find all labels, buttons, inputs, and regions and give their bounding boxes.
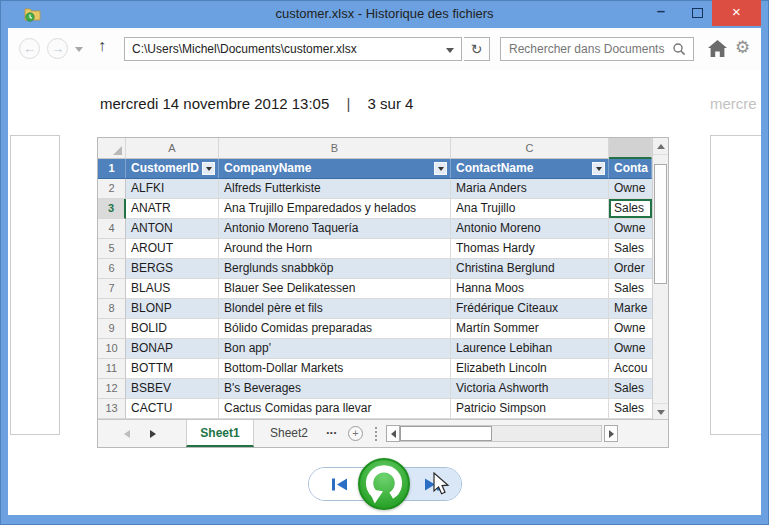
- add-sheet-button[interactable]: +: [348, 426, 363, 441]
- cell-contact-name: Christina Berglund: [451, 259, 609, 279]
- cell-customer-id: CACTU: [126, 399, 219, 419]
- scroll-up-icon[interactable]: [653, 138, 668, 155]
- tab-sheet1[interactable]: Sheet1: [186, 420, 254, 447]
- cell-company-name: Antonio Moreno Taquería: [219, 219, 451, 239]
- select-all-corner[interactable]: [98, 138, 126, 159]
- search-icon[interactable]: [672, 42, 686, 56]
- cell-customer-id: ALFKI: [126, 179, 219, 199]
- select-all-triangle-icon: [113, 146, 122, 155]
- row-header[interactable]: 12: [98, 379, 126, 399]
- row-header[interactable]: 8: [98, 299, 126, 319]
- filter-dropdown-button[interactable]: [434, 162, 447, 175]
- cell-company-name: Blauer See Delikatessen: [219, 279, 451, 299]
- cell-contact-name: Martín Sommer: [451, 319, 609, 339]
- row-header[interactable]: 5: [98, 239, 126, 259]
- cell-company-name: Bottom-Dollar Markets: [219, 359, 451, 379]
- column-header-b[interactable]: B: [219, 138, 451, 159]
- vertical-scroll-thumb[interactable]: [654, 164, 667, 284]
- home-icon[interactable]: [708, 40, 727, 57]
- address-bar-input[interactable]: [124, 37, 462, 61]
- cell-company-name: Around the Horn: [219, 239, 451, 259]
- table-row: 5AROUTAround the HornThomas HardySales: [98, 239, 652, 259]
- table-row: 4ANTONAntonio Moreno TaqueríaAntonio Mor…: [98, 219, 652, 239]
- table-row: 10BONAPBon app'Laurence LebihanOwne: [98, 339, 652, 359]
- next-version-card[interactable]: [710, 135, 761, 435]
- grid-body: 2ALFKIAlfreds FutterkisteMaria AndersOwn…: [98, 179, 652, 419]
- column-header-c[interactable]: C: [451, 138, 609, 159]
- address-dropdown-icon[interactable]: [446, 48, 454, 53]
- row-header[interactable]: 13: [98, 399, 126, 419]
- table-row: 8BLONPBlondel père et filsFrédérique Cit…: [98, 299, 652, 319]
- column-header-a[interactable]: A: [126, 138, 219, 159]
- vertical-scrollbar[interactable]: [652, 138, 668, 420]
- previous-version-card[interactable]: [10, 135, 60, 435]
- scroll-down-icon[interactable]: [653, 403, 668, 420]
- table-header-cell: Conta: [609, 159, 652, 179]
- table-row: 11BOTTMBottom-Dollar MarketsElizabeth Li…: [98, 359, 652, 379]
- cell-contact-name: Ana Trujillo: [451, 199, 609, 219]
- cell-contact-name: Thomas Hardy: [451, 239, 609, 259]
- gear-icon[interactable]: ⚙: [735, 38, 750, 58]
- row-header[interactable]: 11: [98, 359, 126, 379]
- filter-dropdown-button[interactable]: [202, 162, 215, 175]
- cell-customer-id: ANATR: [126, 199, 219, 219]
- cell-customer-id: BERGS: [126, 259, 219, 279]
- back-button[interactable]: ←: [19, 38, 40, 59]
- cell-contact-title: Sales: [609, 379, 652, 399]
- table-row: 9BOLIDBólido Comidas preparadasMartín So…: [98, 319, 652, 339]
- row-header[interactable]: 2: [98, 179, 126, 199]
- more-sheets-indicator[interactable]: ...: [326, 422, 337, 437]
- cell-contact-title: Sales: [609, 399, 652, 419]
- cell-company-name: Alfreds Futterkiste: [219, 179, 451, 199]
- tab-sheet2[interactable]: Sheet2: [258, 420, 320, 447]
- cell-contact-title: Owne: [609, 319, 652, 339]
- row-header[interactable]: 4: [98, 219, 126, 239]
- cell-customer-id: BLAUS: [126, 279, 219, 299]
- window-body: ← → ↑ ↻ ⚙ mercredi 14 novembre 2012 13:0…: [8, 28, 761, 515]
- table-row: 7BLAUSBlauer See DelikatessenHanna MoosS…: [98, 279, 652, 299]
- horizontal-scroll-thumb[interactable]: [400, 426, 492, 441]
- row-header[interactable]: 10: [98, 339, 126, 359]
- horizontal-scrollbar[interactable]: [400, 425, 602, 442]
- spreadsheet-preview: A B C 1CustomerIDCompanyNameContactNameC…: [97, 137, 669, 448]
- cell-contact-title: Accou: [609, 359, 652, 379]
- filter-dropdown-button[interactable]: [592, 162, 605, 175]
- cell-contact-title: Owne: [609, 179, 652, 199]
- mouse-cursor: [432, 472, 453, 499]
- restore-button[interactable]: [358, 458, 410, 510]
- up-button[interactable]: ↑: [98, 37, 106, 55]
- column-header-strip: A B C: [98, 138, 652, 159]
- maximize-button[interactable]: [692, 8, 703, 18]
- minimize-button[interactable]: –: [648, 0, 674, 26]
- hscroll-left-icon[interactable]: [386, 425, 400, 442]
- cell-company-name: Berglunds snabbköp: [219, 259, 451, 279]
- previous-sheet-icon[interactable]: [124, 430, 130, 438]
- history-dropdown-icon[interactable]: [75, 47, 83, 52]
- cell-customer-id: BOLID: [126, 319, 219, 339]
- restore-icon: [360, 460, 408, 508]
- cell-customer-id: BONAP: [126, 339, 219, 359]
- cell-company-name: Bon app': [219, 339, 451, 359]
- row-header[interactable]: 3: [98, 199, 126, 219]
- refresh-button[interactable]: ↻: [464, 37, 490, 61]
- hscroll-right-icon[interactable]: [604, 425, 618, 442]
- forward-button[interactable]: →: [47, 38, 68, 59]
- row-header[interactable]: 1: [98, 159, 126, 179]
- search-input[interactable]: [500, 37, 694, 61]
- cell-contact-title: Owne: [609, 339, 652, 359]
- close-button[interactable]: ×: [712, 0, 761, 26]
- cell-customer-id: BOTTM: [126, 359, 219, 379]
- row-header[interactable]: 7: [98, 279, 126, 299]
- row-header[interactable]: 6: [98, 259, 126, 279]
- sheet-tab-bar: Sheet1 Sheet2 ... +: [98, 419, 668, 447]
- file-history-window: customer.xlsx - Historique des fichiers …: [0, 0, 769, 525]
- cell-company-name: Bólido Comidas preparadas: [219, 319, 451, 339]
- row-header[interactable]: 9: [98, 319, 126, 339]
- heading-divider: |: [346, 95, 350, 112]
- next-sheet-icon[interactable]: [150, 430, 156, 438]
- filter-arrow-icon: [596, 167, 602, 171]
- column-header-d-selected[interactable]: [609, 138, 652, 159]
- previous-icon: [331, 478, 348, 491]
- cell-contact-title: Owne: [609, 219, 652, 239]
- cell-contact-title: Sales: [609, 199, 652, 219]
